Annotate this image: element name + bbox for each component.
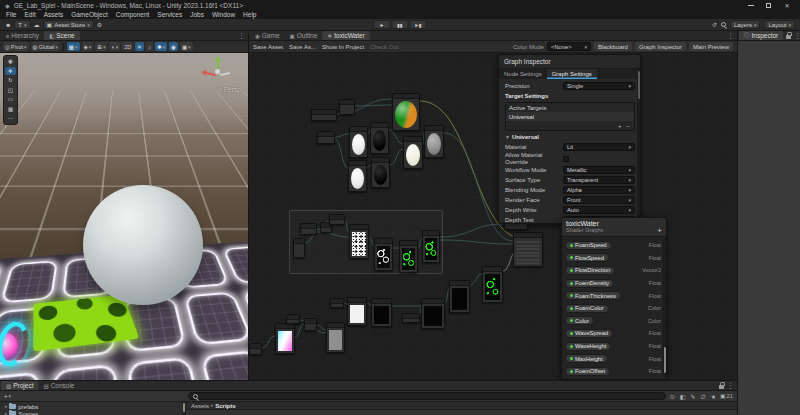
menu-gameobject[interactable]: GameObject (67, 11, 112, 18)
rect-tool[interactable]: ▭ (5, 95, 16, 104)
asset-store-button[interactable]: ▣ Asset Store ▾ (43, 20, 94, 29)
transform-tool[interactable]: ▦ (5, 105, 16, 114)
project-search-input[interactable] (188, 392, 666, 400)
pause-button[interactable]: ▮▮ (392, 20, 409, 29)
gear-icon[interactable]: ⚙ (97, 21, 102, 28)
precision-dropdown[interactable]: Single ▾ (563, 82, 635, 90)
add-property-button[interactable]: + (657, 226, 662, 235)
tab-game[interactable]: ◉Game (250, 31, 285, 40)
lock-icon[interactable] (786, 35, 791, 39)
account-icon[interactable]: ☻ (5, 22, 11, 28)
tab-project[interactable]: ▨Project (1, 381, 38, 390)
graph-inspector-title[interactable]: Graph Inspector (499, 55, 640, 68)
create-asset-button[interactable]: + ▾ (4, 393, 11, 399)
property-pill-foamcolor[interactable]: FoamColor (565, 304, 609, 313)
render-face-dropdown[interactable]: Front▾ (563, 196, 635, 204)
view-tool[interactable]: ◉ (5, 57, 16, 66)
play-button[interactable]: ► (374, 20, 391, 29)
tab-outline[interactable]: ▣Outline (285, 31, 323, 40)
menu-edit[interactable]: Edit (20, 11, 39, 18)
property-pill-wavespread[interactable]: WaveSpread (565, 329, 613, 338)
scene-viewport[interactable]: < Persp ◉✚↻◰▭▦⋯ (0, 53, 248, 380)
close-button[interactable]: ✕ (783, 2, 791, 9)
layout-dropdown[interactable]: Layout ▾ (764, 20, 795, 29)
graph-node[interactable] (482, 266, 503, 303)
property-pill-foamspeed[interactable]: FoamSpeed (565, 241, 612, 250)
main-preview-button[interactable]: Main Preview (689, 42, 733, 51)
remove-target-button[interactable]: − (626, 123, 630, 129)
add-target-button[interactable]: + (618, 123, 622, 129)
graph-node[interactable] (286, 314, 300, 324)
scene-orientation-gizmo[interactable] (202, 57, 232, 85)
gizmo-center[interactable] (215, 69, 220, 74)
custom-tool[interactable]: ⋯ (5, 114, 16, 123)
surface-type-dropdown[interactable]: Transparent▾ (563, 176, 635, 184)
graph-inspector-button[interactable]: Graph Inspector (635, 42, 686, 51)
tab-scene[interactable]: ◧Scene (44, 31, 80, 40)
favorites-icon[interactable]: ★ (710, 393, 717, 400)
tree-scrollbar[interactable] (182, 402, 185, 415)
scene-sphere-object[interactable] (83, 185, 203, 305)
kebab-menu-icon[interactable]: ⋮ (235, 32, 248, 40)
tab-node-settings[interactable]: Node Settings (499, 69, 547, 79)
search-by-label-icon[interactable]: ◧ (679, 393, 687, 400)
folder-row-prefabs[interactable]: ▸prefabs (0, 403, 185, 410)
property-pill-flowspeed[interactable]: FlowSpeed (565, 253, 609, 262)
workflow-mode-dropdown[interactable]: Metallic▾ (563, 166, 635, 174)
depth-write-dropdown[interactable]: Auto▾ (563, 206, 635, 214)
graph-canvas[interactable]: Graph Inspector Node SettingsGraph Setti… (249, 53, 737, 380)
graph-node[interactable] (402, 313, 420, 323)
step-button[interactable]: ►▮ (410, 20, 427, 29)
graph-node[interactable] (339, 99, 355, 115)
graph-node[interactable] (330, 298, 344, 308)
graph-node[interactable] (300, 223, 317, 235)
graph-node[interactable] (326, 322, 345, 353)
graph-node[interactable] (513, 232, 543, 267)
tab-graph-settings[interactable]: Graph Settings (547, 69, 597, 79)
visibility-toggle-button[interactable]: ◉ (169, 42, 178, 51)
search-icon[interactable] (721, 22, 726, 27)
effects-toggle-button[interactable]: ✱▾ (155, 42, 167, 51)
grid-snap-button[interactable]: ▦▾ (67, 42, 80, 51)
graph-node[interactable] (349, 126, 368, 158)
camera-settings-button[interactable]: ▣▾ (180, 42, 193, 51)
graph-node[interactable] (424, 125, 444, 158)
graph-node[interactable] (275, 323, 295, 354)
hidden-packages-toggle[interactable]: ▣ 21 (720, 393, 733, 399)
allow-material-override-checkbox[interactable] (563, 156, 569, 162)
global-dropdown[interactable]: ◍ Global ▾ (31, 42, 60, 51)
minimize-button[interactable] (748, 5, 754, 6)
graph-node[interactable] (249, 343, 262, 355)
hidden-items-icon[interactable]: ∅ (699, 393, 706, 400)
property-pill-foamdensity[interactable]: FoamDensity (565, 279, 614, 288)
audio-toggle-button[interactable]: ♪ (146, 42, 153, 51)
cloud-icon[interactable]: ☁ (34, 21, 40, 28)
graph-node[interactable] (392, 93, 420, 131)
menu-component[interactable]: Component (112, 11, 154, 18)
graph-node[interactable] (348, 160, 367, 192)
save-asset-button[interactable]: Save Asset (253, 44, 283, 50)
breadcrumb-assets[interactable]: Assets (191, 403, 209, 409)
menu-jobs[interactable]: Jobs (186, 11, 208, 18)
pivot-dropdown[interactable]: ◎ Pivot ▾ (3, 42, 29, 51)
menu-window[interactable]: Window (208, 11, 239, 18)
tab-console[interactable]: ▤Console (38, 381, 79, 390)
gizmo-z-axis[interactable] (220, 72, 230, 76)
search-by-type-icon[interactable]: ⊙ (669, 393, 676, 400)
property-pill-foamthickness[interactable]: FoamThickness (565, 291, 621, 300)
property-pill-maxheight[interactable]: MaxHeight (565, 354, 608, 363)
tab-toxicwater[interactable]: ❖toxicWater (322, 31, 369, 40)
graph-node[interactable] (449, 280, 470, 313)
blending-mode-dropdown[interactable]: Alpha▾ (563, 186, 635, 194)
color-mode-dropdown[interactable]: <None> ▾ (547, 42, 591, 51)
graph-node[interactable] (399, 240, 418, 273)
save-as-button[interactable]: Save As... (289, 44, 316, 50)
breadcrumb-scripts[interactable]: Scripts (215, 403, 235, 409)
move-tool[interactable]: ✚ (5, 67, 16, 76)
graph-node[interactable] (311, 109, 337, 121)
maximize-button[interactable] (766, 3, 771, 8)
universal-foldout[interactable]: ▼ Universal (505, 132, 635, 142)
lock-icon[interactable] (719, 385, 724, 389)
graph-node[interactable] (374, 238, 393, 271)
kebab-menu-icon[interactable]: ⋮ (724, 32, 737, 40)
